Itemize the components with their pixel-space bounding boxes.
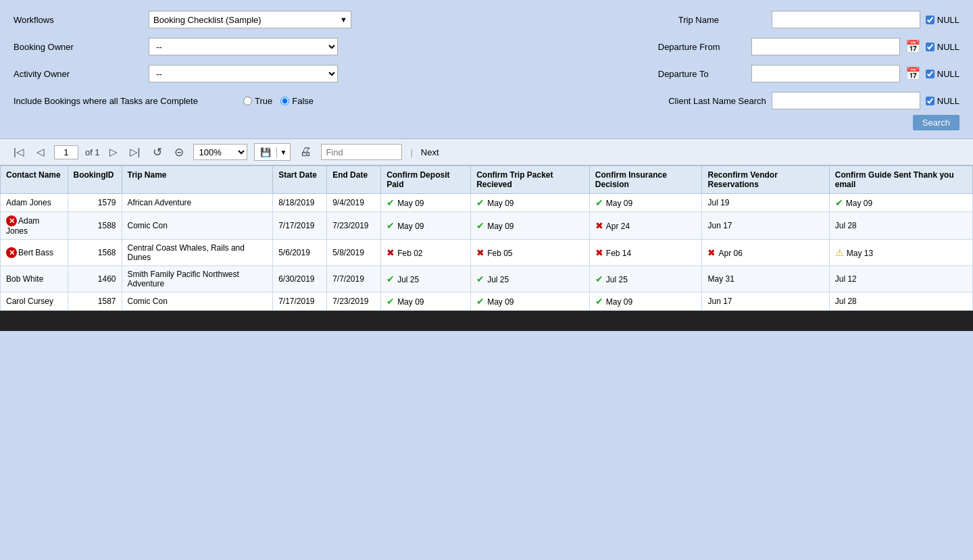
- trip-name-input[interactable]: [772, 11, 920, 28]
- workflows-select[interactable]: Booking Checklist (Sample): [149, 11, 351, 28]
- table-row: Adam Jones 1579 African Adventure 8/18/2…: [1, 194, 973, 212]
- trip-name-null-checkbox[interactable]: [926, 16, 934, 24]
- cell-trip-name: Smith Family Pacific Northwest Adventure: [122, 266, 273, 292]
- client-last-name-input[interactable]: [772, 92, 920, 109]
- check-icon: ✔: [476, 296, 484, 307]
- col-header-booking-id: BookingID: [68, 166, 122, 194]
- refresh-button[interactable]: ↺: [150, 144, 165, 161]
- next-page-button[interactable]: ▷: [107, 145, 120, 159]
- col-header-trip-name: Trip Name: [122, 166, 273, 194]
- back-button[interactable]: ⊝: [172, 144, 186, 161]
- cell-contact-name: ✕Adam Jones: [1, 212, 68, 240]
- col-header-contact-name: Contact Name: [1, 166, 68, 194]
- cell-start-date: 5/6/2019: [273, 240, 327, 266]
- table-row: Bob White 1460 Smith Family Pacific Nort…: [1, 266, 973, 292]
- cross-icon: ✖: [595, 247, 603, 258]
- col-header-confirm-guide: Confirm Guide Sent Thank you email: [829, 166, 972, 194]
- cell-end-date: 7/23/2019: [327, 212, 381, 240]
- cell-confirm-insurance: ✖Feb 14: [589, 240, 702, 266]
- table-row: ✕Adam Jones 1588 Comic Con 7/17/2019 7/2…: [1, 212, 973, 240]
- col-header-reconfirm-vendor: Reconfirm Vendor Reservations: [702, 166, 829, 194]
- first-page-button[interactable]: |◁: [11, 145, 27, 159]
- client-last-name-label: Client Last Name Search: [668, 96, 766, 106]
- cell-confirm-guide: ⚠May 13: [829, 240, 972, 266]
- cell-confirm-insurance: ✔May 09: [589, 292, 702, 311]
- print-button[interactable]: 🖨: [297, 144, 314, 160]
- cell-start-date: 7/17/2019: [273, 292, 327, 311]
- departure-to-input[interactable]: [751, 65, 900, 82]
- zoom-select[interactable]: 100% 75% 125% 150%: [193, 144, 247, 160]
- prev-page-button[interactable]: ◁: [34, 145, 47, 159]
- include-false-radio[interactable]: [280, 97, 289, 105]
- page-number-input[interactable]: [54, 145, 78, 159]
- check-icon: ✔: [386, 197, 395, 208]
- cell-booking-id: 1579: [68, 194, 122, 212]
- cell-confirm-insurance: ✖Apr 24: [589, 212, 702, 240]
- cell-contact-name: Adam Jones: [1, 194, 68, 212]
- include-bookings-label: Include Bookings where all Tasks are Com…: [14, 96, 243, 106]
- status-none: Jun 17: [707, 221, 732, 230]
- cell-trip-name: Comic Con: [122, 292, 273, 311]
- cell-end-date: 9/4/2019: [327, 194, 381, 212]
- check-icon: ✔: [595, 197, 603, 208]
- cell-end-date: 7/7/2019: [327, 266, 381, 292]
- save-arrow-button[interactable]: ▼: [276, 147, 291, 157]
- departure-to-null-label: NULL: [937, 69, 959, 79]
- include-true-radio[interactable]: [243, 97, 252, 105]
- cell-reconfirm-vendor: Jun 17: [702, 292, 829, 311]
- cell-reconfirm-vendor: Jun 17: [702, 212, 829, 240]
- cell-booking-id: 1568: [68, 240, 122, 266]
- departure-from-null-label: NULL: [937, 42, 959, 52]
- search-button[interactable]: Search: [913, 115, 959, 130]
- status-none: Jul 19: [707, 198, 729, 207]
- cell-trip-name: Central Coast Whales, Rails and Dunes: [122, 240, 273, 266]
- status-none: May 31: [707, 274, 734, 284]
- cell-confirm-guide: Jul 12: [829, 266, 972, 292]
- page-total-label: of 1: [85, 147, 100, 157]
- find-separator: |: [410, 147, 412, 157]
- cell-confirm-deposit: ✖Feb 02: [381, 240, 471, 266]
- departure-from-calendar-icon[interactable]: 📅: [905, 39, 920, 54]
- cell-booking-id: 1588: [68, 212, 122, 240]
- departure-to-label: Departure To: [658, 69, 746, 79]
- cell-booking-id: 1587: [68, 292, 122, 311]
- departure-to-calendar-icon[interactable]: 📅: [905, 66, 920, 81]
- col-header-start-date: Start Date: [273, 166, 327, 194]
- cell-reconfirm-vendor: Jul 19: [702, 194, 829, 212]
- row-error-icon: ✕: [6, 247, 17, 258]
- cell-reconfirm-vendor: ✖Apr 06: [702, 240, 829, 266]
- cell-end-date: 7/23/2019: [327, 292, 381, 311]
- save-button[interactable]: 💾: [255, 146, 276, 159]
- cell-confirm-deposit: ✔May 09: [381, 292, 471, 311]
- check-icon: ✔: [595, 296, 603, 307]
- check-icon: ✔: [476, 274, 484, 284]
- include-true-label: True: [255, 96, 272, 106]
- cell-booking-id: 1460: [68, 266, 122, 292]
- cell-start-date: 6/30/2019: [273, 266, 327, 292]
- find-input[interactable]: [321, 144, 402, 160]
- cross-icon: ✖: [595, 220, 603, 231]
- cross-icon: ✖: [476, 247, 484, 258]
- last-page-button[interactable]: ▷|: [127, 145, 143, 159]
- save-dropdown[interactable]: 💾 ▼: [254, 143, 291, 161]
- next-label[interactable]: Next: [421, 147, 439, 157]
- warn-icon: ⚠: [835, 247, 844, 258]
- cell-confirm-deposit: ✔May 09: [381, 194, 471, 212]
- col-header-end-date: End Date: [327, 166, 381, 194]
- departure-from-input[interactable]: [751, 38, 900, 55]
- departure-from-null-checkbox[interactable]: [926, 43, 934, 51]
- activity-owner-select[interactable]: --: [149, 65, 338, 82]
- status-none: Jul 28: [835, 297, 857, 306]
- cell-contact-name: Carol Cursey: [1, 292, 68, 311]
- trip-name-label: Trip Name: [678, 15, 766, 25]
- row-error-icon: ✕: [6, 215, 17, 226]
- departure-to-null-checkbox[interactable]: [926, 70, 934, 78]
- booking-owner-select[interactable]: --: [149, 38, 338, 55]
- workflows-label: Workflows: [14, 15, 149, 25]
- include-false-label: False: [292, 96, 314, 106]
- col-header-confirm-insurance: Confirm Insurance Decision: [589, 166, 702, 194]
- toolbar: |◁ ◁ of 1 ▷ ▷| ↺ ⊝ 100% 75% 125% 150% 💾 …: [0, 138, 973, 166]
- cell-contact-name: ✕Bert Bass: [1, 240, 68, 266]
- trip-name-null-label: NULL: [937, 15, 959, 25]
- client-last-name-null-checkbox[interactable]: [926, 97, 934, 105]
